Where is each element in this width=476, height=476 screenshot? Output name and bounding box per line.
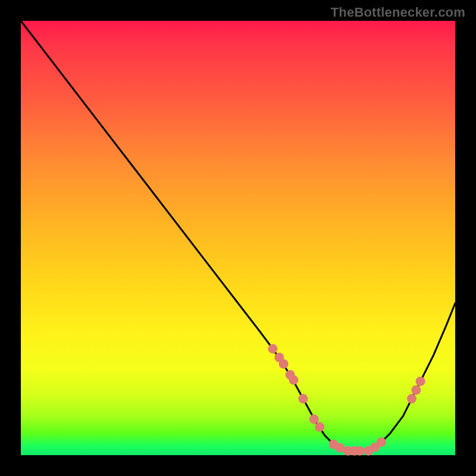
data-marker: [279, 359, 289, 369]
data-marker: [289, 375, 298, 385]
watermark-text: TheBottlenecker.com: [331, 5, 465, 20]
bottleneck-curve: [21, 21, 455, 451]
chart-frame: TheBottlenecker.com: [0, 0, 476, 476]
data-marker: [315, 422, 324, 432]
plot-area: [21, 21, 455, 455]
data-marker: [411, 386, 421, 395]
data-marker: [377, 437, 386, 447]
data-marker: [299, 394, 308, 403]
data-marker: [268, 344, 277, 353]
data-marker: [355, 446, 364, 456]
marker-group: [268, 344, 425, 456]
data-marker: [407, 394, 416, 403]
data-marker: [416, 377, 425, 386]
chart-svg: [21, 21, 455, 455]
data-marker: [309, 414, 319, 424]
